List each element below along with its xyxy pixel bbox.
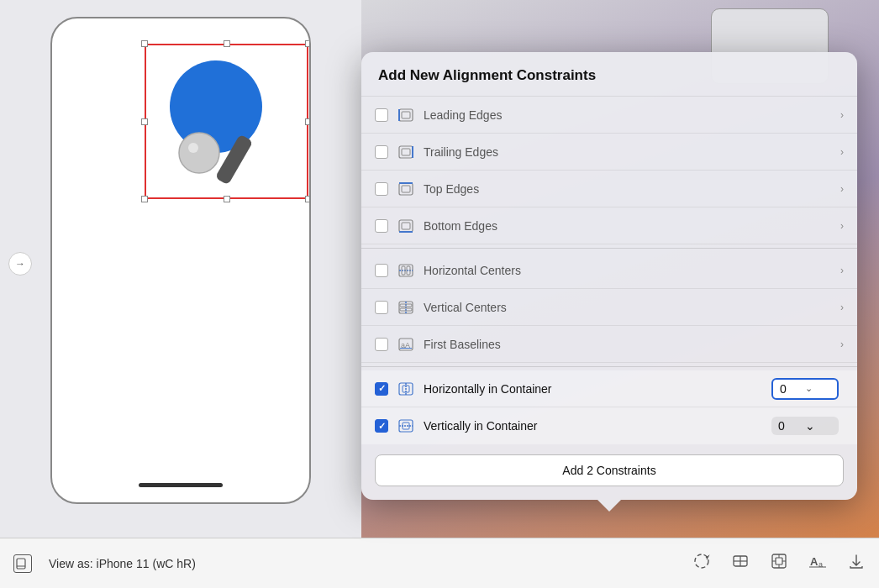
vertically-in-container-row[interactable]: Vertically in Container 0 ⌄ bbox=[361, 407, 857, 444]
horizontally-in-container-checkbox[interactable] bbox=[375, 382, 388, 396]
trailing-edges-icon bbox=[397, 143, 415, 161]
align-icon[interactable] bbox=[731, 552, 750, 575]
vertical-centers-chevron: › bbox=[840, 302, 844, 313]
horizontal-centers-row[interactable]: Horizontal Centers › bbox=[361, 252, 857, 289]
vertically-in-container-value[interactable]: 0 ⌄ bbox=[771, 417, 839, 435]
separator-1 bbox=[361, 248, 857, 249]
bottom-edges-chevron: › bbox=[840, 220, 844, 232]
download-icon[interactable] bbox=[847, 552, 866, 575]
svg-rect-6 bbox=[402, 112, 410, 118]
trailing-edges-label: Trailing Edges bbox=[424, 145, 840, 159]
bottom-edges-row[interactable]: Bottom Edges › bbox=[361, 207, 857, 244]
svg-rect-40 bbox=[776, 558, 782, 564]
leading-edges-chevron: › bbox=[840, 109, 844, 121]
first-baselines-label: First Baselines bbox=[424, 338, 840, 351]
selected-image-view[interactable] bbox=[145, 44, 308, 199]
handle-bottom-right[interactable] bbox=[305, 196, 311, 202]
horizontally-dropdown-chevron: ⌄ bbox=[805, 383, 830, 394]
vertically-in-container-number: 0 bbox=[778, 419, 805, 433]
svg-point-2 bbox=[179, 133, 219, 173]
expand-arrow-button[interactable]: → bbox=[8, 252, 32, 276]
vertical-centers-row[interactable]: Vertical Centers › bbox=[361, 289, 857, 326]
separator-2 bbox=[361, 366, 857, 367]
first-baselines-checkbox[interactable] bbox=[375, 338, 388, 351]
first-baselines-chevron: › bbox=[840, 339, 844, 350]
leading-edges-checkbox[interactable] bbox=[375, 108, 388, 122]
svg-rect-10 bbox=[399, 183, 413, 195]
horizontally-in-container-number: 0 bbox=[780, 382, 805, 396]
vertically-in-container-checkbox[interactable] bbox=[375, 419, 388, 433]
vertically-in-container-icon bbox=[397, 417, 415, 435]
vertical-centers-checkbox[interactable] bbox=[375, 301, 388, 314]
text-size-icon[interactable]: A a bbox=[808, 552, 827, 575]
trailing-edges-chevron: › bbox=[840, 146, 844, 158]
popover-title: Add New Alignment Constraints bbox=[361, 52, 857, 97]
svg-rect-13 bbox=[399, 220, 413, 232]
vertically-in-container-label: Vertically in Container bbox=[424, 419, 771, 433]
arrow-icon: → bbox=[15, 258, 25, 270]
alignment-constraints-popover: Add New Alignment Constraints Leading Ed… bbox=[361, 52, 857, 500]
vertically-dropdown-chevron: ⌄ bbox=[805, 419, 832, 433]
top-edges-row[interactable]: Top Edges › bbox=[361, 171, 857, 207]
iphone-frame bbox=[50, 17, 311, 504]
vertical-centers-icon bbox=[397, 298, 415, 317]
horizontally-in-container-value[interactable]: 0 ⌄ bbox=[771, 378, 839, 400]
trailing-edges-checkbox[interactable] bbox=[375, 145, 388, 159]
first-baselines-row[interactable]: aA First Baselines › bbox=[361, 326, 857, 363]
svg-rect-9 bbox=[402, 149, 410, 155]
add-constraints-button[interactable]: Add 2 Constraints bbox=[375, 454, 844, 486]
svg-rect-12 bbox=[402, 186, 410, 192]
top-edges-icon bbox=[397, 180, 415, 198]
top-edges-label: Top Edges bbox=[424, 182, 840, 196]
bottom-edges-label: Bottom Edges bbox=[424, 219, 840, 233]
first-baselines-icon: aA bbox=[397, 335, 415, 354]
view-as-device-icon bbox=[13, 554, 32, 573]
horizontally-in-container-icon bbox=[397, 380, 415, 398]
handle-middle-left[interactable] bbox=[141, 118, 148, 125]
horizontal-centers-label: Horizontal Centers bbox=[424, 264, 840, 277]
handle-bottom-left[interactable] bbox=[141, 196, 148, 202]
svg-point-35 bbox=[695, 554, 708, 568]
top-edges-chevron: › bbox=[840, 183, 844, 195]
rotate-icon[interactable] bbox=[692, 552, 711, 575]
horizontally-in-container-label: Horizontally in Container bbox=[424, 382, 771, 396]
leading-edges-icon bbox=[397, 106, 415, 124]
view-as-label: View as: iPhone 11 (wC hR) bbox=[49, 557, 196, 570]
leading-edges-row[interactable]: Leading Edges › bbox=[361, 97, 857, 134]
handle-top-right[interactable] bbox=[305, 40, 311, 47]
horizontally-in-container-row[interactable]: Horizontally in Container 0 ⌄ bbox=[361, 370, 857, 407]
home-indicator bbox=[139, 483, 223, 487]
trailing-edges-row[interactable]: Trailing Edges › bbox=[361, 134, 857, 171]
bottom-edges-icon bbox=[397, 217, 415, 235]
horizontal-centers-checkbox[interactable] bbox=[375, 264, 388, 277]
svg-point-3 bbox=[188, 143, 198, 153]
top-edges-checkbox[interactable] bbox=[375, 182, 388, 196]
svg-text:A: A bbox=[810, 555, 818, 568]
svg-rect-15 bbox=[402, 223, 410, 229]
bottom-tools: A a bbox=[692, 552, 866, 575]
svg-rect-4 bbox=[399, 109, 413, 121]
handle-bottom-center[interactable] bbox=[224, 196, 230, 202]
svg-rect-7 bbox=[399, 146, 413, 158]
handle-middle-right[interactable] bbox=[305, 118, 311, 125]
bottom-edges-checkbox[interactable] bbox=[375, 219, 388, 233]
handle-top-left[interactable] bbox=[141, 40, 148, 47]
horizontal-centers-icon bbox=[397, 261, 415, 280]
handle-top-center[interactable] bbox=[224, 40, 230, 47]
embed-icon[interactable] bbox=[770, 552, 788, 575]
bottom-bar: View as: iPhone 11 (wC hR) bbox=[0, 538, 879, 588]
paddle-image bbox=[153, 52, 296, 186]
vertical-centers-label: Vertical Centers bbox=[424, 301, 840, 314]
horizontal-centers-chevron: › bbox=[840, 265, 844, 276]
leading-edges-label: Leading Edges bbox=[424, 108, 840, 122]
svg-rect-33 bbox=[17, 559, 25, 569]
